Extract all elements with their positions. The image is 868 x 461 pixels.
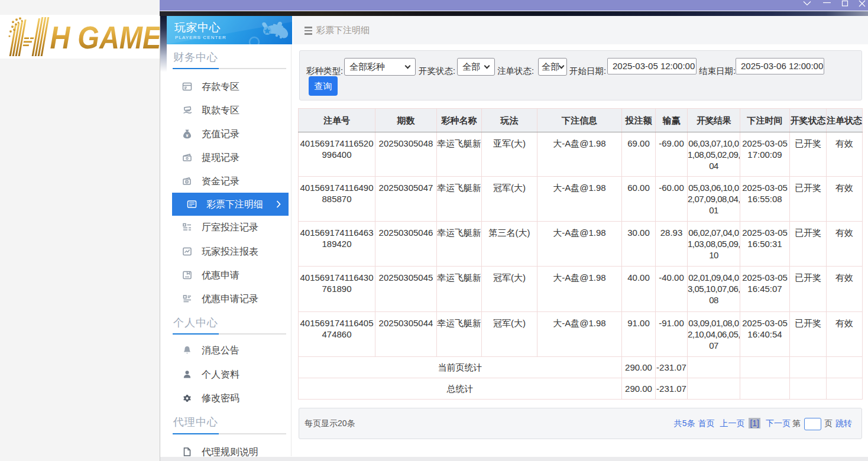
svg-text:H GAME: H GAME <box>50 20 160 56</box>
svg-text:¥: ¥ <box>186 133 189 138</box>
